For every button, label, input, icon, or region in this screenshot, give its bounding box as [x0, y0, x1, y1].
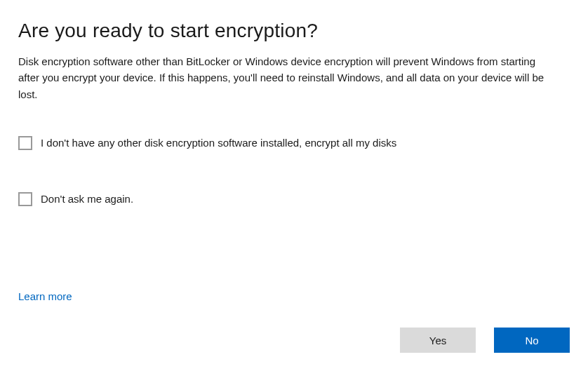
checkbox-dont-ask-row[interactable]: Don't ask me again. [18, 192, 570, 206]
dialog-title: Are you ready to start encryption? [18, 20, 570, 42]
dialog-description: Disk encryption software other than BitL… [18, 53, 559, 102]
no-button[interactable]: No [494, 328, 570, 353]
checkbox-encrypt-disks-row[interactable]: I don't have any other disk encryption s… [18, 136, 570, 150]
checkbox-dont-ask[interactable] [18, 192, 32, 206]
yes-button[interactable]: Yes [400, 328, 476, 353]
checkbox-encrypt-disks-label[interactable]: I don't have any other disk encryption s… [41, 137, 396, 149]
checkbox-dont-ask-label[interactable]: Don't ask me again. [41, 193, 133, 205]
dialog-button-row: Yes No [400, 328, 570, 353]
checkbox-encrypt-disks[interactable] [18, 136, 32, 150]
learn-more-link[interactable]: Learn more [18, 290, 72, 302]
